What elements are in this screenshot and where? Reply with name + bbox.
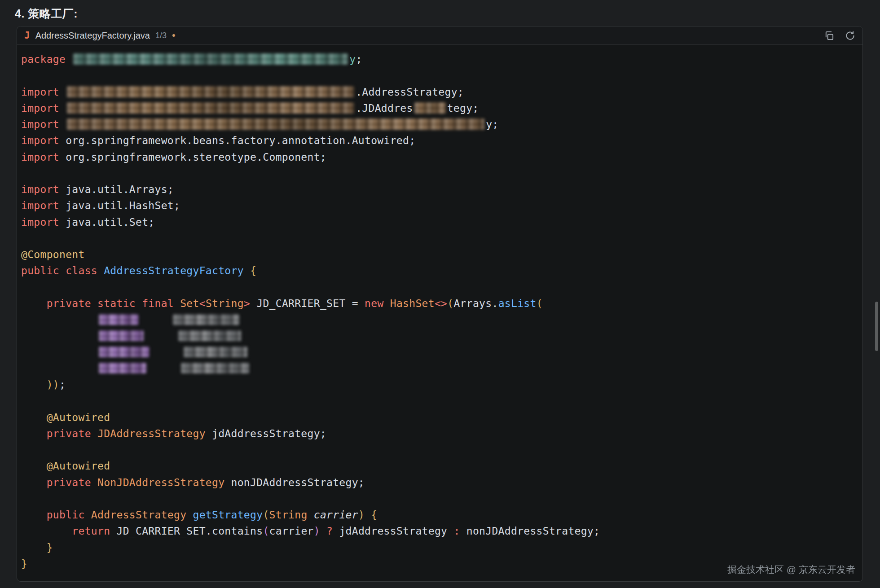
redacted-tan-block <box>67 102 354 114</box>
filename: AddressStrategyFactory.java <box>35 31 150 41</box>
page-indicator: 1/3 <box>155 31 167 40</box>
copy-button[interactable] <box>824 31 834 41</box>
redacted-teal-block <box>73 53 348 65</box>
code-window-header: J AddressStrategyFactory.java 1/3 • <box>17 26 862 45</box>
redacted-tan-block <box>67 86 354 97</box>
reload-button[interactable] <box>845 31 855 41</box>
section-heading: 4. 策略工厂: <box>15 6 78 21</box>
code-lines: package y; import .AddressStrategy;impor… <box>17 45 862 572</box>
redacted-gray-block <box>181 363 249 373</box>
watermark: 掘金技术社区 @ 京东云开发者 <box>727 563 855 576</box>
code-window: J AddressStrategyFactory.java 1/3 • <box>17 26 863 582</box>
redacted-gray-block <box>173 314 239 325</box>
redacted-gray-block <box>184 347 247 357</box>
redacted-tan-block <box>414 102 446 114</box>
copy-icon <box>824 35 834 42</box>
java-language-icon: J <box>24 30 30 41</box>
reload-icon <box>845 35 855 42</box>
redacted-purple-block <box>99 347 149 357</box>
redacted-purple-block <box>99 363 146 373</box>
scrollbar-thumb[interactable] <box>875 302 878 351</box>
redacted-gray-block <box>178 330 241 341</box>
redacted-purple-block <box>99 330 144 341</box>
header-actions <box>824 31 855 41</box>
redacted-purple-block <box>99 314 138 325</box>
redacted-tan-block <box>67 118 484 130</box>
